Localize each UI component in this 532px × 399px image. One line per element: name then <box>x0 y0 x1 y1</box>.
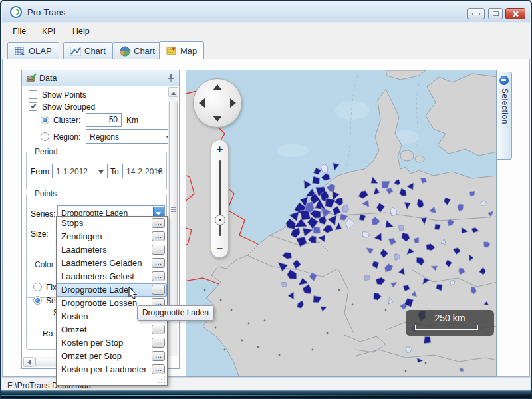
point-dot <box>231 309 233 311</box>
chevron-down-icon[interactable] <box>98 170 104 176</box>
more-options-button[interactable]: … <box>152 218 165 228</box>
region-combobox[interactable]: Regions <box>86 129 175 144</box>
selection-icon <box>499 76 509 85</box>
more-options-button[interactable]: … <box>152 325 165 334</box>
series-item-label: Dropgrootte Lossen <box>61 298 137 308</box>
app-window: Pro-Trans File KPI Help OLAP <box>0 0 532 399</box>
show-points-checkbox[interactable] <box>29 90 37 99</box>
more-options-button[interactable]: … <box>152 351 165 361</box>
series-item-label: Laadmeters Gelost <box>61 271 134 281</box>
series-item-label: Omzet <box>61 325 86 334</box>
cluster-label: Cluster: <box>53 116 80 125</box>
map-view[interactable]: + − 250 km <box>186 70 497 377</box>
more-options-button[interactable]: … <box>152 258 165 268</box>
maximize-icon <box>493 11 499 16</box>
series-dropdown-list[interactable]: Stops … Zendingen … Laadmeters … Laadmet… <box>56 216 168 386</box>
more-options-button[interactable]: … <box>152 285 165 295</box>
data-panel-header[interactable]: Data <box>22 70 179 86</box>
cluster-unit-label: Km <box>126 116 138 125</box>
arrow-up-icon <box>171 89 176 95</box>
more-options-button[interactable]: … <box>152 338 165 348</box>
pan-left-icon[interactable] <box>199 98 205 108</box>
point-dot <box>405 370 407 372</box>
series-dropdown-item[interactable]: Kosten per Stop … <box>57 336 167 350</box>
tab-map[interactable]: Map <box>159 41 204 59</box>
point-dot <box>220 299 222 301</box>
tab-strip: OLAP Chart Chart Map <box>2 40 530 59</box>
fixed-color-radio[interactable] <box>33 283 42 291</box>
show-grouped-checkbox[interactable] <box>29 102 37 111</box>
selection-panel-tab[interactable]: Selection <box>497 72 512 160</box>
menu-kpi[interactable]: KPI <box>37 23 61 40</box>
series-dropdown-item[interactable]: Omzet … <box>57 323 167 336</box>
vertical-scroll-thumb[interactable] <box>169 102 178 318</box>
series-dropdown-item[interactable]: Laadmeters Geladen … <box>57 257 167 270</box>
more-options-button[interactable]: … <box>152 245 165 255</box>
pin-icon[interactable] <box>168 74 174 82</box>
maximize-button[interactable] <box>488 8 503 19</box>
series-dropdown-item[interactable]: Laadmeters … <box>57 243 167 257</box>
pan-up-icon[interactable] <box>213 84 222 90</box>
series-dropdown-item[interactable]: Stops … <box>57 217 167 230</box>
tab-olap[interactable]: OLAP <box>7 42 59 59</box>
tab-chart-line[interactable]: Chart <box>63 42 113 59</box>
range-label: Ra <box>43 329 53 338</box>
series-tooltip: Dropgrootte Laden <box>137 305 214 321</box>
point-dot <box>385 309 387 311</box>
series-color-radio[interactable] <box>33 296 42 305</box>
pan-right-icon[interactable] <box>230 98 236 108</box>
more-options-button[interactable]: … <box>152 271 165 281</box>
menu-file[interactable]: File <box>7 23 31 40</box>
minimize-icon <box>472 13 480 15</box>
series-dropdown-item[interactable]: Omzet per Stop … <box>57 350 167 363</box>
scroll-up-button[interactable] <box>168 87 178 97</box>
period-group-title: Period <box>32 147 61 156</box>
scroll-left-button[interactable] <box>23 357 33 367</box>
menu-help[interactable]: Help <box>67 23 95 40</box>
tab-label: Map <box>180 46 197 56</box>
cluster-distance-input[interactable]: 50 <box>86 113 122 127</box>
point-dot <box>224 349 226 351</box>
thumb-grip-icon <box>171 207 176 208</box>
to-date-combobox[interactable]: 14-2-2013 <box>122 164 166 178</box>
cluster-polygon[interactable] <box>398 225 404 231</box>
series-dropdown-item[interactable]: Laadmeters Gelost … <box>57 270 167 283</box>
cluster-polygon[interactable] <box>424 337 431 344</box>
from-date-combobox[interactable]: 1-1-2012 <box>52 164 108 178</box>
series-item-label: Laadmeters Geladen <box>61 258 142 268</box>
more-options-button[interactable]: … <box>152 364 165 374</box>
resize-grip-icon[interactable] <box>164 382 165 383</box>
window-title: Pro-Trans <box>27 7 65 17</box>
minimize-button[interactable] <box>467 8 485 19</box>
map-zoom-slider[interactable]: + − <box>211 140 229 258</box>
pan-down-icon[interactable] <box>213 116 222 122</box>
data-icon <box>26 73 37 84</box>
zoom-thumb[interactable] <box>215 215 225 225</box>
series-item-label: Kosten per Laadmeter <box>61 364 147 374</box>
period-groupbox: Period From: 1-1-2012 To: 14-2-2013 <box>26 152 167 190</box>
map-pan-control[interactable] <box>193 78 242 128</box>
series-label: Series: <box>31 209 55 219</box>
close-button[interactable] <box>505 8 525 19</box>
zoom-out-button[interactable]: − <box>211 243 228 256</box>
to-label: To: <box>110 167 121 176</box>
series-dropdown-item[interactable]: Kosten per Laadmeter … <box>57 363 167 376</box>
arrow-left-icon <box>25 360 31 365</box>
zoom-in-button[interactable]: + <box>211 143 228 156</box>
mouse-cursor <box>128 287 138 300</box>
show-points-label: Show Points <box>42 90 86 100</box>
cluster-radio[interactable] <box>41 116 49 124</box>
dropdown-resize-footer[interactable] <box>57 376 167 385</box>
series-dropdown-item[interactable]: Dropgrootte Laden … <box>57 283 167 297</box>
series-dropdown-item[interactable]: Zendingen … <box>57 230 167 243</box>
title-bar[interactable]: Pro-Trans <box>2 1 530 22</box>
tab-chart-pie[interactable]: Chart <box>112 42 162 59</box>
point-dot <box>425 362 427 364</box>
cluster-polygon[interactable] <box>313 227 320 233</box>
more-options-button[interactable]: … <box>152 231 165 241</box>
chevron-down-icon[interactable] <box>157 170 162 176</box>
region-radio[interactable] <box>41 132 49 141</box>
cluster-polygon[interactable] <box>281 283 287 287</box>
from-date-value: 1-1-2012 <box>56 167 88 176</box>
cluster-polygon[interactable] <box>469 191 475 196</box>
